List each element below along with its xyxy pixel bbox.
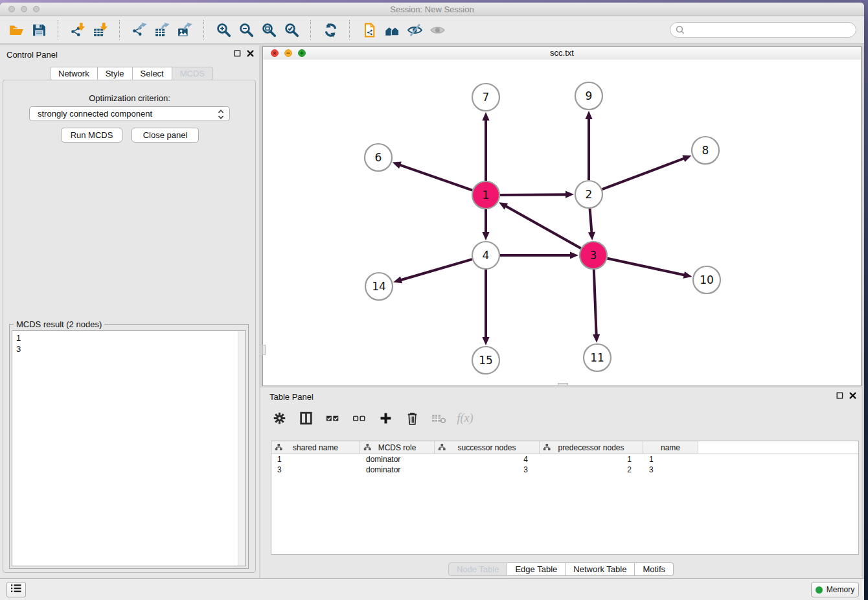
column-header-label: successor nodes: [457, 443, 516, 452]
float-panel-icon[interactable]: [234, 50, 241, 57]
mcds-result-text: 1 3: [12, 331, 238, 566]
graph-arrowhead: [588, 232, 595, 240]
import-network-icon[interactable]: [69, 21, 86, 38]
tab-mcds[interactable]: MCDS: [172, 67, 213, 80]
graph-edge-2-8[interactable]: [602, 158, 685, 189]
table-mode-icon[interactable]: [271, 410, 288, 426]
table-cell: dominator: [360, 465, 435, 474]
graph-node-label-2: 2: [586, 188, 593, 201]
node-table: shared nameMCDS rolesuccessor nodesprede…: [271, 441, 859, 555]
tab-node-table[interactable]: Node Table: [448, 562, 508, 576]
result-scrollbar[interactable]: [238, 331, 246, 566]
table-cell: 2: [540, 465, 643, 474]
graph-node-label-6: 6: [375, 151, 382, 164]
graph-edge-3-1[interactable]: [505, 206, 581, 249]
export-table-icon[interactable]: [154, 21, 170, 38]
left-splitter-grip[interactable]: [262, 345, 266, 355]
table-row[interactable]: 1dominator411: [271, 454, 858, 465]
export-image-icon[interactable]: [176, 21, 193, 38]
mcds-result-title: MCDS result (2 nodes): [14, 319, 104, 329]
close-panel-button[interactable]: Close panel: [131, 128, 199, 143]
toolbar-separator: [58, 20, 59, 40]
task-history-button[interactable]: [6, 582, 26, 597]
network-graph[interactable]: 7968124314101511: [263, 60, 861, 386]
select-all-columns-icon[interactable]: [324, 410, 341, 426]
close-table-panel-icon[interactable]: [849, 392, 856, 399]
network-from-selection-icon[interactable]: [361, 21, 378, 38]
control-panel-title: Control Panel: [6, 50, 58, 60]
close-panel-icon[interactable]: [247, 50, 254, 57]
column-header-name[interactable]: name: [643, 441, 698, 454]
open-session-icon[interactable]: [8, 21, 25, 38]
delete-columns-icon[interactable]: [404, 410, 420, 426]
apply-layout-icon[interactable]: [322, 21, 339, 38]
tab-network[interactable]: Network: [50, 67, 98, 80]
table-cell: 1: [271, 455, 360, 464]
table-cell: dominator: [360, 455, 435, 464]
network-window-titlebar[interactable]: scc.txt: [263, 47, 861, 60]
tab-network-table[interactable]: Network Table: [565, 562, 635, 576]
tab-edge-table[interactable]: Edge Table: [507, 562, 565, 576]
graph-edge-2-3[interactable]: [590, 209, 592, 233]
export-network-icon[interactable]: [131, 21, 148, 38]
float-table-panel-icon[interactable]: [836, 392, 843, 399]
search-field[interactable]: [670, 22, 856, 38]
zoom-in-icon[interactable]: [215, 21, 232, 38]
main-toolbar: [0, 16, 864, 44]
graph-edge-4-14[interactable]: [400, 259, 472, 280]
table-row[interactable]: 3dominator323: [271, 465, 858, 475]
zoom-out-icon[interactable]: [238, 21, 255, 38]
column-header-successor-nodes[interactable]: successor nodes: [435, 441, 540, 454]
graph-node-label-3: 3: [590, 249, 597, 262]
create-column-icon[interactable]: [377, 410, 394, 426]
column-header-label: predecessor nodes: [558, 443, 624, 452]
hide-selected-icon[interactable]: [406, 21, 423, 38]
save-session-icon[interactable]: [30, 21, 47, 38]
run-mcds-button[interactable]: Run MCDS: [61, 128, 122, 143]
column-header-label: name: [661, 443, 680, 452]
memory-button[interactable]: Memory: [811, 582, 859, 597]
column-tree-icon: [543, 443, 551, 451]
graph-node-label-8: 8: [702, 144, 709, 157]
column-header-predecessor-nodes[interactable]: predecessor nodes: [540, 441, 643, 454]
table-cell: 3: [643, 465, 698, 474]
first-neighbors-icon[interactable]: [383, 21, 400, 38]
criterion-dropdown[interactable]: strongly connected component: [29, 106, 230, 121]
import-table-icon[interactable]: [92, 21, 109, 38]
zoom-selected-icon[interactable]: [283, 21, 300, 38]
graph-arrowhead: [393, 162, 402, 169]
column-header-shared-name[interactable]: shared name: [271, 441, 360, 454]
graph-arrowhead: [683, 271, 692, 279]
toolbar-separator: [349, 20, 350, 40]
show-hidden-icon: [429, 21, 446, 38]
unselect-all-columns-icon[interactable]: [350, 410, 367, 426]
zoom-fit-icon[interactable]: [260, 21, 277, 38]
tab-motifs[interactable]: Motifs: [635, 562, 674, 576]
graph-node-label-4: 4: [483, 249, 490, 262]
column-header-MCDS-role[interactable]: MCDS role: [360, 441, 435, 454]
search-input[interactable]: [685, 24, 856, 36]
graph-arrowhead: [482, 112, 489, 121]
memory-label: Memory: [827, 585, 854, 594]
graph-node-label-10: 10: [700, 273, 714, 286]
network-view-window: scc.txt 7968124314101511: [262, 46, 862, 386]
graph-edge-3-10[interactable]: [608, 259, 685, 275]
toolbar-separator: [310, 20, 312, 40]
graph-arrowhead: [682, 156, 691, 163]
graph-edge-1-6[interactable]: [399, 165, 472, 190]
search-icon: [675, 25, 685, 35]
graph-edge-1-2[interactable]: [500, 194, 567, 195]
table-panel: Table Panel f(x) shared nameMCDS rolesuc…: [260, 387, 862, 578]
graph-arrowhead: [593, 334, 600, 343]
mcds-result-group: MCDS result (2 nodes) 1 3: [9, 324, 249, 569]
show-columns-icon[interactable]: [297, 410, 314, 426]
tab-select[interactable]: Select: [133, 67, 172, 80]
graph-node-label-9: 9: [586, 89, 593, 102]
column-tree-icon: [438, 443, 446, 451]
mcds-result-area[interactable]: 1 3: [12, 330, 246, 566]
graph-edge-3-11[interactable]: [594, 270, 597, 336]
column-tree-icon: [363, 443, 371, 451]
bottom-splitter-grip[interactable]: [558, 383, 568, 386]
tab-style[interactable]: Style: [98, 67, 133, 80]
network-canvas[interactable]: 7968124314101511: [263, 60, 861, 386]
